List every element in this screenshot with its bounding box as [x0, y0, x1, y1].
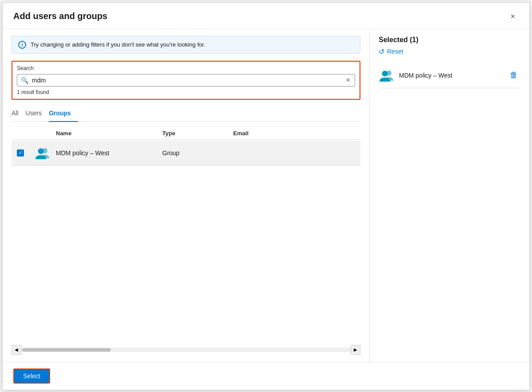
row-icon-cell — [29, 145, 56, 161]
svg-point-1 — [38, 148, 44, 154]
reset-icon: ↺ — [379, 47, 384, 56]
info-text: Try changing or adding filters if you do… — [31, 41, 205, 48]
search-label: Search — [17, 65, 355, 71]
table-header: Name Type Email — [12, 127, 360, 140]
col-email: Email — [233, 130, 360, 137]
info-banner: i Try changing or adding filters if you … — [12, 36, 360, 54]
left-panel: i Try changing or adding filters if you … — [3, 29, 370, 362]
selected-item: MDM policy – West 🗑 — [379, 63, 520, 88]
search-input[interactable] — [32, 77, 342, 84]
add-users-groups-dialog: Add users and groups × i Try changing or… — [2, 2, 530, 390]
svg-point-3 — [382, 71, 388, 76]
scrollbar-thumb[interactable] — [22, 348, 111, 352]
dialog-header: Add users and groups × — [3, 3, 529, 29]
search-input-wrapper: 🔍 × — [17, 74, 355, 86]
scrollbar-area: ◀ ▶ — [12, 341, 360, 355]
table-row: MDM policy – West Group — [12, 141, 360, 166]
clear-search-button[interactable]: × — [345, 77, 351, 84]
tabs: All Users Groups — [12, 106, 360, 122]
info-icon: i — [18, 41, 26, 49]
search-section: Search 🔍 × 1 result found — [12, 61, 360, 100]
tab-all[interactable]: All — [12, 106, 26, 122]
search-icon: 🔍 — [21, 77, 28, 84]
reset-label: Reset — [387, 48, 403, 55]
right-panel: Selected (1) ↺ Reset MDM policy – West 🗑 — [370, 29, 529, 362]
group-icon — [35, 145, 51, 161]
scroll-left-button[interactable]: ◀ — [12, 345, 21, 355]
dialog-title: Add users and groups — [13, 11, 107, 21]
delete-selected-button[interactable]: 🗑 — [507, 70, 520, 81]
row-checkbox[interactable] — [17, 149, 24, 157]
tab-groups[interactable]: Groups — [49, 106, 78, 122]
reset-button[interactable]: ↺ Reset — [379, 47, 520, 56]
selected-item-icon — [379, 67, 395, 83]
col-type: Type — [162, 130, 233, 137]
selected-header: Selected (1) — [379, 36, 520, 44]
tab-users[interactable]: Users — [26, 106, 49, 122]
results-table: Name Type Email — [12, 127, 360, 166]
scrollbar-track[interactable] — [21, 348, 351, 352]
col-icon — [29, 130, 56, 137]
col-check — [12, 130, 29, 137]
col-name: Name — [56, 130, 162, 137]
close-button[interactable]: × — [507, 11, 519, 22]
scroll-right-button[interactable]: ▶ — [351, 345, 360, 355]
row-type: Group — [162, 149, 233, 157]
row-checkbox-cell — [12, 149, 29, 157]
dialog-body: i Try changing or adding filters if you … — [3, 29, 529, 362]
select-button[interactable]: Select — [13, 368, 50, 384]
result-count: 1 result found — [17, 89, 355, 95]
row-name: MDM policy – West — [56, 149, 162, 157]
selected-item-name: MDM policy – West — [399, 72, 503, 79]
dialog-footer: Select — [3, 362, 529, 390]
